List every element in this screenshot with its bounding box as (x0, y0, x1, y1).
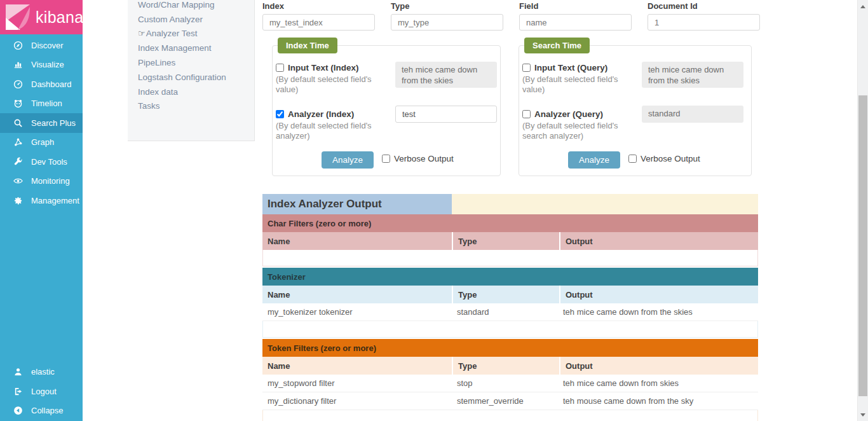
input-text-query-hint: (By default selected field's value) (522, 74, 639, 94)
column-header-type: Type (453, 232, 559, 250)
subnav-item-index-data[interactable]: Index data (128, 85, 254, 99)
collapse-icon (13, 406, 23, 416)
analyzer-index-checkbox-row: Analyzer (Index) (276, 109, 393, 119)
index-field-group: Index (262, 1, 375, 31)
tokenizer-section: TokenizerNameTypeOutputmy_tokenizer toke… (262, 268, 758, 338)
analyzer-query-group: Analyzer (Query) (By default selected fi… (522, 109, 639, 141)
analyze-button[interactable]: Analyze (568, 151, 620, 169)
document-id-label: Document Id (648, 1, 760, 11)
sidebar-item-collapse[interactable]: Collapse (0, 401, 83, 421)
table-cell: teh mice came down from the skies (558, 303, 758, 321)
document-id-field-group: Document Id (648, 1, 760, 31)
field-input[interactable] (519, 14, 632, 31)
table-cell: my_stopword filter (262, 375, 452, 392)
kibana-logo-icon (6, 4, 30, 30)
sidebar-item-dev-tools[interactable]: Dev Tools (0, 152, 83, 172)
input-text-index-checkbox-row: Input Text (Index) (276, 63, 393, 72)
graph-icon (13, 137, 23, 148)
input-text-query-checkbox[interactable] (522, 64, 531, 72)
table-cell: my_tokenizer tokenizer (262, 303, 452, 321)
column-header-name: Name (262, 357, 452, 375)
plugin-subnav: Word/Char MappingCustom Analyzer☞Analyze… (128, 0, 255, 141)
table-row: my_stopword filterstopteh mice came down… (262, 375, 758, 392)
input-text-query-checkbox-label: Input Text (Query) (534, 63, 607, 72)
subnav-item-logstash-configuration[interactable]: Logstash Configuration (128, 70, 254, 85)
compass-icon (13, 40, 23, 50)
wrench-icon (13, 156, 23, 167)
input-text-index-checkbox[interactable] (276, 64, 284, 72)
table-cell: my_dictionary filter (262, 392, 452, 410)
verbose-output-checkbox[interactable] (628, 155, 637, 163)
column-header-row: NameTypeOutput (262, 357, 758, 375)
empty-row (262, 410, 758, 421)
sidebar-item-monitoring[interactable]: Monitoring (0, 172, 83, 191)
kibana-sidebar: kibana DiscoverVisualizeDashboardTimelio… (0, 0, 83, 421)
sidebar-item-discover[interactable]: Discover (0, 36, 83, 55)
column-header-output: Output (560, 286, 758, 303)
analyzer-output-title: Index Analyzer Output (262, 194, 452, 214)
analyzer-index-hint: (By default selected field's analyzer) (276, 121, 393, 141)
analyzer-index-checkbox[interactable] (276, 110, 284, 118)
column-header-name: Name (262, 232, 452, 250)
analyzer-index-checkbox-label: Analyzer (Index) (288, 109, 354, 119)
index-time-badge: Index Time (278, 38, 337, 53)
field-label: Field (519, 1, 632, 11)
analyzer-query-checkbox-row: Analyzer (Query) (522, 109, 639, 119)
table-cell: teh mice came down from skies (558, 375, 758, 392)
subnav-item-pipelines[interactable]: PipeLines (128, 55, 254, 70)
subnav-item-index-management[interactable]: Index Management (128, 41, 254, 55)
kibana-wordmark: kibana (36, 8, 83, 27)
subnav-item-tasks[interactable]: Tasks (128, 99, 254, 114)
verbose-output-row: Verbose Output (382, 154, 454, 163)
verbose-output-checkbox[interactable] (382, 155, 390, 163)
subnav-item-custom-analyzer[interactable]: Custom Analyzer (128, 12, 254, 27)
search-time-panel: Search Time Input Text (Query) (By defau… (519, 45, 752, 176)
verbose-output-label: Verbose Output (394, 154, 454, 163)
index-input[interactable] (262, 14, 375, 31)
analyzer-index-input[interactable] (395, 106, 497, 123)
empty-row (262, 321, 758, 338)
document-id-input[interactable] (648, 14, 760, 31)
type-input[interactable] (391, 14, 503, 31)
sidebar-item-graph[interactable]: Graph (0, 133, 83, 153)
input-text-index-value: teh mice came down from the skies (395, 62, 497, 88)
analyzer-query-hint: (By default selected field's search anal… (522, 121, 639, 141)
sidebar-item-visualize[interactable]: Visualize (0, 55, 83, 75)
type-field-group: Type (391, 1, 503, 31)
analyzer-query-checkbox[interactable] (522, 110, 531, 118)
token-filters-zero-or-more-section: Token Filters (zero or more)NameTypeOutp… (262, 339, 758, 421)
input-text-query-checkbox-row: Input Text (Query) (522, 63, 639, 72)
input-text-query-group: Input Text (Query) (By default selected … (522, 63, 639, 94)
search-time-badge: Search Time (524, 38, 590, 53)
column-header-row: NameTypeOutput (262, 232, 758, 250)
sidebar-item-management[interactable]: Management (0, 191, 83, 210)
analyze-button[interactable]: Analyze (322, 151, 374, 169)
sidebar-item-search-plus[interactable]: Search Plus (0, 113, 83, 133)
subnav-item-analyzer-test[interactable]: ☞Analyzer Test (128, 27, 254, 41)
char-filters-zero-or-more-header: Char Filters (zero or more) (262, 214, 758, 232)
table-cell: standard (452, 303, 558, 321)
analyzer-output-title-spacer (452, 194, 758, 214)
search-icon (13, 118, 23, 128)
index-label: Index (262, 1, 375, 11)
type-label: Type (391, 1, 503, 11)
subnav-item-word-char-mapping[interactable]: Word/Char Mapping (128, 0, 254, 12)
scroll-up-arrow-icon[interactable] (858, 1, 868, 11)
scroll-down-arrow-icon[interactable] (858, 410, 868, 420)
sidebar-item-timelion[interactable]: Timelion (0, 94, 83, 114)
scrollbar-thumb[interactable] (858, 95, 867, 396)
pointer-icon: ☞ (138, 29, 146, 38)
eye-icon (13, 176, 23, 186)
column-header-name: Name (262, 286, 452, 303)
vertical-scrollbar[interactable] (857, 0, 868, 421)
sidebar-item-elastic[interactable]: elastic (0, 362, 83, 382)
subnav-list: Word/Char MappingCustom Analyzer☞Analyze… (128, 0, 254, 113)
gauge-icon (13, 79, 23, 89)
input-text-index-group: Input Text (Index) (By default selected … (276, 63, 393, 94)
sidebar-item-logout[interactable]: Logout (0, 382, 83, 401)
kibana-logo: kibana (0, 0, 83, 34)
user-icon (13, 367, 23, 377)
tokenizer-header: Tokenizer (262, 268, 758, 286)
sidebar-item-dashboard[interactable]: Dashboard (0, 74, 83, 94)
analyzer-output-title-row: Index Analyzer Output (262, 194, 758, 214)
